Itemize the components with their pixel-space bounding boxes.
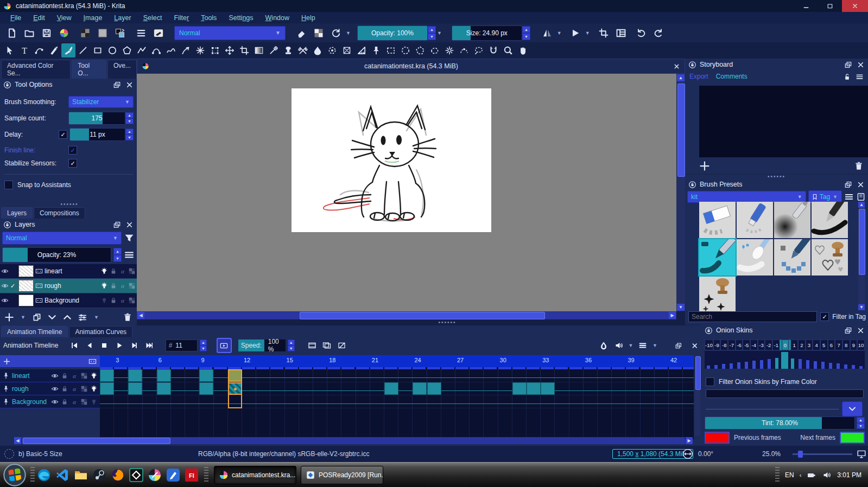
tool-bezier-curve[interactable]	[149, 43, 163, 57]
menu-edit[interactable]: Edit	[27, 13, 51, 23]
dock-splitter[interactable]: ••••••	[436, 321, 458, 324]
preserve-alpha-button[interactable]	[311, 25, 327, 41]
filter-onion-by-color-checkbox[interactable]	[706, 377, 714, 386]
onion-bar-cell[interactable]	[789, 358, 796, 369]
brush-preset-eraser-soft[interactable]	[737, 202, 773, 238]
frame-color-filter-bar[interactable]	[706, 389, 864, 398]
brush-search-input[interactable]	[688, 311, 817, 322]
tool-text[interactable]: T	[17, 43, 31, 57]
maximize-button[interactable]	[818, 0, 842, 12]
audio-options-button[interactable]	[612, 339, 625, 352]
task-button-posready[interactable]: POSReady2009 [Run...	[301, 466, 383, 484]
menu-icon[interactable]	[856, 73, 864, 81]
tool-smart-patch[interactable]	[296, 43, 310, 57]
expand-film-icon[interactable]	[88, 357, 97, 366]
close-icon[interactable]	[691, 342, 699, 350]
battery-icon[interactable]	[807, 471, 816, 479]
delay-checkbox[interactable]	[59, 130, 67, 139]
tab-layers[interactable]: Layers	[1, 207, 33, 219]
brush-preset-blender-soft[interactable]	[737, 239, 773, 275]
onion-bar-cell[interactable]	[773, 358, 781, 369]
workspace-chooser-button[interactable]	[613, 25, 629, 41]
current-preset-name[interactable]: b) Basic-5 Size	[18, 450, 62, 458]
tool-fill[interactable]	[311, 43, 325, 57]
gradients-button[interactable]	[56, 25, 72, 41]
layer-lock-icon[interactable]	[110, 297, 117, 304]
tool-zoom[interactable]	[501, 43, 515, 57]
brush-preset-stamp-hearts[interactable]	[812, 239, 848, 275]
canvas-rotation-icon[interactable]	[682, 448, 694, 460]
speed-control[interactable]: Speed: 100 %	[238, 339, 286, 351]
track-frames[interactable]	[100, 369, 694, 382]
keyframe-lineart-6[interactable]	[157, 369, 171, 382]
menu-settings[interactable]: Settings	[223, 13, 259, 23]
close-icon[interactable]	[125, 221, 134, 229]
alpha-lock-icon[interactable]: α	[71, 372, 78, 380]
menu-layer[interactable]: Layer	[108, 13, 137, 23]
brush-preset-eraser-hard[interactable]	[699, 202, 736, 238]
flash-icon[interactable]: Fl	[184, 467, 199, 483]
alpha-inherit-icon[interactable]	[128, 267, 136, 275]
keyframe-rough-32[interactable]	[527, 382, 541, 395]
pin-icon[interactable]	[2, 385, 10, 393]
sample-count-spinner[interactable]: ▲▼	[125, 112, 134, 124]
stop-button[interactable]	[98, 339, 111, 352]
tool-crop[interactable]	[237, 43, 251, 57]
brush-details-icon[interactable]	[856, 192, 866, 202]
close-document-icon[interactable]	[673, 63, 680, 70]
duplicate-layer-button[interactable]	[32, 312, 42, 322]
onion-skin-button[interactable]	[598, 339, 611, 352]
menu-view[interactable]: View	[51, 13, 78, 23]
onion-offset-5[interactable]: 5	[820, 339, 828, 350]
tool-transform[interactable]	[208, 43, 222, 57]
zoom-value[interactable]: 25.0%	[762, 450, 781, 458]
tool-pointer[interactable]	[3, 43, 17, 57]
timeline-grid[interactable]: 3691215182124273033363942lineartαroughαB…	[0, 355, 694, 408]
export-button[interactable]: Export	[689, 73, 708, 80]
add-storyboard-button[interactable]	[699, 161, 710, 171]
track-label-lineart[interactable]: lineartα	[0, 369, 100, 382]
onion-bar-cell[interactable]	[743, 362, 750, 369]
visibility-eye-icon[interactable]	[51, 385, 59, 393]
size-slider[interactable]: Size: 24.90 px	[452, 25, 522, 41]
tool-freehand-brush[interactable]	[61, 43, 75, 57]
alpha-inherit-icon[interactable]	[80, 372, 88, 380]
task-button-krita[interactable]: catanimationtest.kra...	[214, 466, 296, 484]
onion-skin-bulb-icon[interactable]	[100, 282, 108, 290]
timeline-row-Background[interactable]: Backgroundα	[0, 395, 694, 408]
brush-preset-ink-pen[interactable]	[812, 202, 848, 238]
undo-button[interactable]	[633, 25, 649, 41]
vscode-icon[interactable]	[55, 467, 70, 483]
sample-count-slider[interactable]: 175	[68, 112, 125, 125]
tool-polyline[interactable]	[135, 43, 149, 57]
onion-bar-cell[interactable]	[796, 359, 804, 369]
tool-reference-images[interactable]	[369, 43, 383, 57]
alpha-lock-icon[interactable]: α	[119, 282, 126, 290]
onion-bar-cell[interactable]	[850, 365, 857, 369]
keyframe-rough-24[interactable]	[413, 382, 427, 395]
rotation-value[interactable]: 0.00°	[698, 450, 713, 458]
dock-splitter[interactable]: ••••••	[60, 203, 79, 206]
float-icon[interactable]	[844, 326, 852, 335]
onion-skin-bulb-icon[interactable]	[90, 398, 98, 406]
layer-lock-icon[interactable]	[61, 372, 68, 380]
canvas-viewport[interactable]	[137, 74, 676, 311]
onion-offset-1[interactable]: 1	[789, 339, 798, 350]
tool-move[interactable]	[223, 43, 237, 57]
alpha-inherit-icon[interactable]	[80, 385, 88, 393]
timeline-row-lineart[interactable]: lineartα	[0, 369, 694, 382]
timeline-row-rough[interactable]: roughα	[0, 382, 694, 395]
onion-offset-3[interactable]: 3	[806, 339, 813, 350]
save-button[interactable]	[39, 25, 55, 41]
gamemaker-icon[interactable]	[129, 467, 144, 483]
tint-spinner[interactable]: ▲▼	[857, 417, 865, 429]
onion-bar-cell[interactable]	[812, 361, 819, 369]
onion-offset--8[interactable]: -8	[720, 339, 728, 350]
current-frame-spinbox[interactable]: # 11	[166, 339, 198, 351]
blend-mode-dropdown[interactable]: Normal▼	[174, 26, 286, 40]
quick-launch-grip[interactable]	[30, 467, 35, 483]
keyframe-rough-22[interactable]	[384, 382, 398, 395]
tool-enclose-fill[interactable]	[325, 43, 339, 57]
filter-funnel-icon[interactable]	[124, 233, 135, 244]
tool-rect-select[interactable]	[384, 43, 398, 57]
